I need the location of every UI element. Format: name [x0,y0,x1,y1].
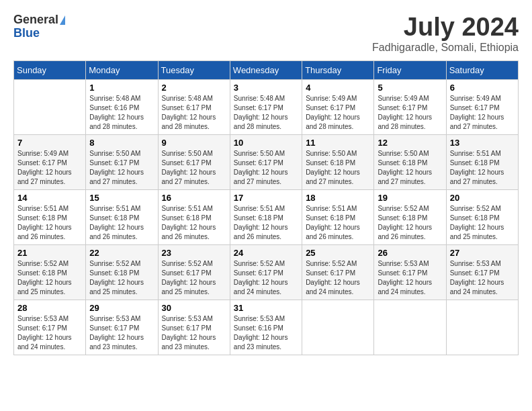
day-number: 14 [17,193,82,203]
calendar-cell: 20Sunrise: 5:52 AM Sunset: 6:18 PM Dayli… [446,189,518,244]
day-detail: Sunrise: 5:53 AM Sunset: 6:17 PM Dayligh… [450,259,515,297]
calendar-cell: 27Sunrise: 5:53 AM Sunset: 6:17 PM Dayli… [446,244,518,300]
weekday-header-tuesday: Tuesday [158,60,230,79]
day-number: 5 [378,83,442,93]
week-row-3: 14Sunrise: 5:51 AM Sunset: 6:18 PM Dayli… [14,189,519,244]
calendar-cell: 4Sunrise: 5:49 AM Sunset: 6:17 PM Daylig… [302,79,374,134]
calendar-cell: 17Sunrise: 5:51 AM Sunset: 6:18 PM Dayli… [230,189,302,244]
weekday-header-friday: Friday [374,60,446,79]
day-detail: Sunrise: 5:53 AM Sunset: 6:17 PM Dayligh… [89,314,154,352]
location: Fadhigaradle, Somali, Ethiopia [372,42,519,54]
day-number: 21 [17,248,82,258]
day-detail: Sunrise: 5:52 AM Sunset: 6:18 PM Dayligh… [378,204,442,242]
week-row-4: 21Sunrise: 5:52 AM Sunset: 6:18 PM Dayli… [14,244,519,300]
day-number: 23 [162,248,226,258]
day-detail: Sunrise: 5:50 AM Sunset: 6:17 PM Dayligh… [162,149,226,187]
logo: General Blue [13,13,65,40]
day-number: 24 [234,248,298,258]
day-detail: Sunrise: 5:53 AM Sunset: 6:16 PM Dayligh… [234,314,298,352]
day-detail: Sunrise: 5:51 AM Sunset: 6:18 PM Dayligh… [234,204,298,242]
calendar-cell: 31Sunrise: 5:53 AM Sunset: 6:16 PM Dayli… [230,300,302,355]
day-detail: Sunrise: 5:51 AM Sunset: 6:18 PM Dayligh… [89,204,154,242]
day-detail: Sunrise: 5:52 AM Sunset: 6:17 PM Dayligh… [162,259,226,297]
calendar-cell [374,300,446,355]
day-detail: Sunrise: 5:52 AM Sunset: 6:18 PM Dayligh… [450,204,515,242]
calendar-cell: 11Sunrise: 5:50 AM Sunset: 6:18 PM Dayli… [302,134,374,189]
day-detail: Sunrise: 5:48 AM Sunset: 6:16 PM Dayligh… [89,94,154,132]
day-detail: Sunrise: 5:52 AM Sunset: 6:17 PM Dayligh… [306,259,370,297]
calendar-cell: 26Sunrise: 5:53 AM Sunset: 6:17 PM Dayli… [374,244,446,300]
day-detail: Sunrise: 5:52 AM Sunset: 6:17 PM Dayligh… [234,259,298,297]
day-number: 9 [162,138,226,148]
weekday-header-row: SundayMondayTuesdayWednesdayThursdayFrid… [14,60,519,79]
logo-blue-text: Blue [13,27,65,40]
day-number: 18 [306,193,370,203]
day-number: 4 [306,83,370,93]
calendar-cell: 3Sunrise: 5:48 AM Sunset: 6:17 PM Daylig… [230,79,302,134]
calendar-cell: 30Sunrise: 5:53 AM Sunset: 6:17 PM Dayli… [158,300,230,355]
day-number: 8 [89,138,154,148]
day-number: 16 [162,193,226,203]
week-row-1: 1Sunrise: 5:48 AM Sunset: 6:16 PM Daylig… [14,79,519,134]
day-detail: Sunrise: 5:50 AM Sunset: 6:18 PM Dayligh… [306,149,370,187]
calendar-cell: 12Sunrise: 5:50 AM Sunset: 6:18 PM Dayli… [374,134,446,189]
day-detail: Sunrise: 5:52 AM Sunset: 6:18 PM Dayligh… [89,259,154,297]
day-detail: Sunrise: 5:48 AM Sunset: 6:17 PM Dayligh… [162,94,226,132]
calendar-cell [302,300,374,355]
calendar-cell [14,79,86,134]
week-row-5: 28Sunrise: 5:53 AM Sunset: 6:17 PM Dayli… [14,300,519,355]
calendar-cell: 5Sunrise: 5:49 AM Sunset: 6:17 PM Daylig… [374,79,446,134]
logo-icon [60,15,65,25]
day-detail: Sunrise: 5:53 AM Sunset: 6:17 PM Dayligh… [17,314,82,352]
day-detail: Sunrise: 5:50 AM Sunset: 6:17 PM Dayligh… [89,149,154,187]
weekday-header-thursday: Thursday [302,60,374,79]
calendar-cell: 9Sunrise: 5:50 AM Sunset: 6:17 PM Daylig… [158,134,230,189]
calendar-cell: 8Sunrise: 5:50 AM Sunset: 6:17 PM Daylig… [86,134,158,189]
day-detail: Sunrise: 5:52 AM Sunset: 6:18 PM Dayligh… [17,259,82,297]
calendar-cell: 25Sunrise: 5:52 AM Sunset: 6:17 PM Dayli… [302,244,374,300]
month-title: July 2024 [372,13,519,42]
day-number: 29 [89,303,154,313]
day-number: 27 [450,248,515,258]
day-number: 22 [89,248,154,258]
day-number: 13 [450,138,515,148]
weekday-header-saturday: Saturday [446,60,518,79]
day-number: 3 [234,83,298,93]
calendar-cell: 24Sunrise: 5:52 AM Sunset: 6:17 PM Dayli… [230,244,302,300]
day-detail: Sunrise: 5:53 AM Sunset: 6:17 PM Dayligh… [162,314,226,352]
calendar-cell: 29Sunrise: 5:53 AM Sunset: 6:17 PM Dayli… [86,300,158,355]
title-area: July 2024 Fadhigaradle, Somali, Ethiopia [372,13,519,54]
day-detail: Sunrise: 5:51 AM Sunset: 6:18 PM Dayligh… [162,204,226,242]
day-number: 31 [234,303,298,313]
day-number: 6 [450,83,515,93]
day-number: 20 [450,193,515,203]
calendar-table: SundayMondayTuesdayWednesdayThursdayFrid… [13,60,519,355]
day-number: 25 [306,248,370,258]
day-detail: Sunrise: 5:49 AM Sunset: 6:17 PM Dayligh… [17,149,82,187]
day-number: 12 [378,138,442,148]
day-detail: Sunrise: 5:51 AM Sunset: 6:18 PM Dayligh… [450,149,515,187]
day-detail: Sunrise: 5:51 AM Sunset: 6:18 PM Dayligh… [306,204,370,242]
calendar-cell: 14Sunrise: 5:51 AM Sunset: 6:18 PM Dayli… [14,189,86,244]
calendar-cell: 6Sunrise: 5:49 AM Sunset: 6:17 PM Daylig… [446,79,518,134]
day-detail: Sunrise: 5:49 AM Sunset: 6:17 PM Dayligh… [378,94,442,132]
day-detail: Sunrise: 5:51 AM Sunset: 6:18 PM Dayligh… [17,204,82,242]
calendar-cell: 22Sunrise: 5:52 AM Sunset: 6:18 PM Dayli… [86,244,158,300]
day-number: 17 [234,193,298,203]
day-number: 2 [162,83,226,93]
calendar-cell: 2Sunrise: 5:48 AM Sunset: 6:17 PM Daylig… [158,79,230,134]
weekday-header-sunday: Sunday [14,60,86,79]
day-number: 28 [17,303,82,313]
calendar-cell: 16Sunrise: 5:51 AM Sunset: 6:18 PM Dayli… [158,189,230,244]
header: General Blue July 2024 Fadhigaradle, Som… [13,13,519,54]
calendar-cell: 23Sunrise: 5:52 AM Sunset: 6:17 PM Dayli… [158,244,230,300]
week-row-2: 7Sunrise: 5:49 AM Sunset: 6:17 PM Daylig… [14,134,519,189]
calendar-cell: 15Sunrise: 5:51 AM Sunset: 6:18 PM Dayli… [86,189,158,244]
day-detail: Sunrise: 5:48 AM Sunset: 6:17 PM Dayligh… [234,94,298,132]
day-number: 1 [89,83,154,93]
logo-general-text: General [13,13,58,27]
day-number: 19 [378,193,442,203]
calendar-cell: 7Sunrise: 5:49 AM Sunset: 6:17 PM Daylig… [14,134,86,189]
day-detail: Sunrise: 5:49 AM Sunset: 6:17 PM Dayligh… [306,94,370,132]
calendar-cell: 21Sunrise: 5:52 AM Sunset: 6:18 PM Dayli… [14,244,86,300]
